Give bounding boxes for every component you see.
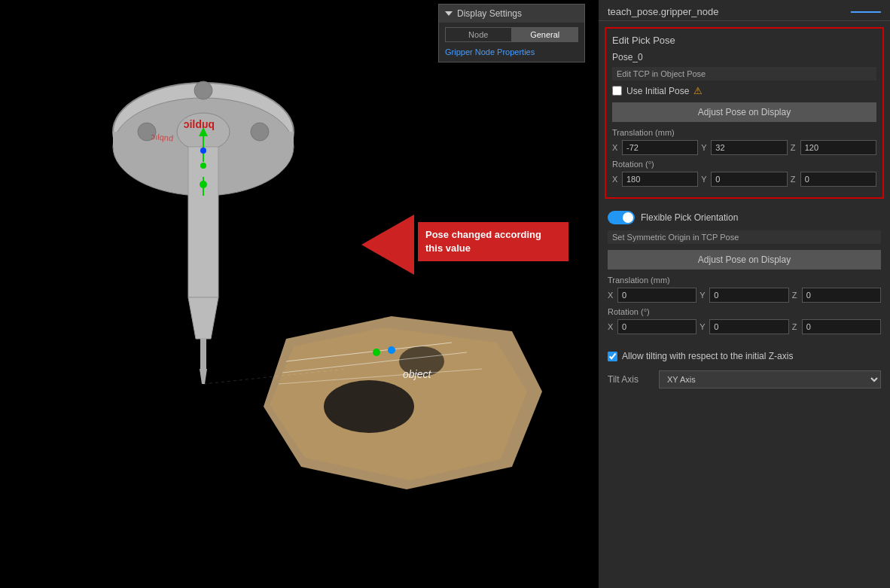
z-axis-label: Z <box>791 143 798 152</box>
use-initial-pose-row: Use Initial Pose ⚠ <box>612 85 876 96</box>
translation-z-item: Z <box>791 140 876 155</box>
svg-point-5 <box>251 123 269 141</box>
rotation-row-1: X Y Z <box>612 172 876 187</box>
flexible-pick-toggle[interactable] <box>608 211 635 224</box>
use-initial-pose-checkbox[interactable] <box>612 86 622 96</box>
rotation-group-1: Rotation (°) X Y Z <box>612 160 876 187</box>
sym-translation-x-item: X <box>608 288 696 303</box>
display-settings-header[interactable]: Display Settings <box>439 5 584 23</box>
allow-tilt-row: Allow tilting with respect to the initia… <box>599 345 890 367</box>
sym-y-label: Y <box>700 291 707 300</box>
ry-axis-label: Y <box>701 175 709 184</box>
symmetric-section: Set Symmetric Origin in TCP Pose Adjust … <box>599 230 890 345</box>
rotation-x-input[interactable] <box>622 172 698 187</box>
tab-row: Node General <box>445 27 578 42</box>
adjust-pose-on-display-button-2[interactable]: Adjust Pose on Display <box>608 250 881 270</box>
sym-translation-x-input[interactable] <box>617 288 696 303</box>
translation-y-item: Y <box>701 140 787 155</box>
callout-arrow <box>361 215 414 275</box>
x-axis-label: X <box>612 143 620 152</box>
svg-rect-9 <box>188 147 218 297</box>
rotation-x-item: X <box>612 172 698 187</box>
sym-translation-z-input[interactable] <box>802 288 881 303</box>
svg-point-16 <box>200 181 207 188</box>
rotation-label-2: Rotation (°) <box>608 307 881 316</box>
sym-rotation-z-input[interactable] <box>802 319 881 334</box>
flexible-pick-label: Flexible Pick Orientation <box>641 212 738 223</box>
svg-point-6 <box>194 81 212 99</box>
display-settings-panel: Display Settings Node General Gripper No… <box>438 4 585 62</box>
svg-text:object: object <box>403 368 431 380</box>
rotation-z-input[interactable] <box>800 172 876 187</box>
sym-rotation-y-item: Y <box>700 319 788 334</box>
tab-node[interactable]: Node <box>445 27 512 42</box>
sym-rx-label: X <box>608 322 615 331</box>
svg-point-15 <box>200 163 206 169</box>
title-bar-line <box>851 11 881 13</box>
translation-label-2: Translation (mm) <box>608 276 881 285</box>
warning-icon: ⚠ <box>693 85 703 96</box>
sym-rotation-x-item: X <box>608 319 696 334</box>
svg-point-22 <box>324 380 414 433</box>
display-settings-title: Display Settings <box>457 8 522 19</box>
rotation-label-1: Rotation (°) <box>612 160 876 169</box>
translation-x-input[interactable] <box>622 140 698 155</box>
translation-label-1: Translation (mm) <box>612 128 876 137</box>
rotation-group-2: Rotation (°) X Y Z <box>608 307 881 334</box>
use-initial-pose-label: Use Initial Pose <box>626 86 689 96</box>
title-bar: teach_pose.gripper_node <box>599 0 890 21</box>
sym-x-label: X <box>608 291 615 300</box>
sym-translation-y-input[interactable] <box>709 288 788 303</box>
viewport-3d: public ɔılqnd object Pose changed accord… <box>0 0 599 588</box>
edit-pick-pose-section: Edit Pick Pose Pose_0 Edit TCP in Object… <box>605 27 884 199</box>
adjust-pose-on-display-button-1[interactable]: Adjust Pose on Display <box>612 102 876 122</box>
rotation-z-item: Z <box>791 172 876 187</box>
sym-rz-label: Z <box>792 322 800 331</box>
tab-general[interactable]: General <box>512 27 579 42</box>
sym-translation-y-item: Y <box>700 288 788 303</box>
edit-tcp-subtitle: Edit TCP in Object Pose <box>612 67 876 81</box>
rz-axis-label: Z <box>791 175 798 184</box>
tilt-axis-select[interactable]: XY Axis X Axis Y Axis <box>659 370 881 388</box>
rotation-y-item: Y <box>701 172 787 187</box>
tilt-axis-label: Tilt Axis <box>608 374 653 385</box>
sym-rotation-x-input[interactable] <box>617 319 696 334</box>
y-axis-label: Y <box>701 143 709 152</box>
allow-tilt-checkbox[interactable] <box>608 352 617 361</box>
svg-text:public: public <box>184 118 215 130</box>
edit-pick-pose-title: Edit Pick Pose <box>612 35 876 46</box>
sym-z-label: Z <box>792 291 800 300</box>
symmetric-origin-title: Set Symmetric Origin in TCP Pose <box>608 230 881 244</box>
translation-y-input[interactable] <box>711 140 787 155</box>
translation-x-item: X <box>612 140 698 155</box>
pose-name: Pose_0 <box>612 52 876 62</box>
svg-point-17 <box>200 148 206 154</box>
translation-row-2: X Y Z <box>608 288 881 303</box>
rotation-y-input[interactable] <box>711 172 787 187</box>
right-panel: teach_pose.gripper_node Edit Pick Pose P… <box>599 0 890 588</box>
gripper-node-properties-link[interactable]: Gripper Node Properties <box>445 47 535 56</box>
translation-row-1: X Y Z <box>612 140 876 155</box>
panel-content[interactable]: Edit Pick Pose Pose_0 Edit TCP in Object… <box>599 21 890 588</box>
sym-rotation-z-item: Z <box>792 319 881 334</box>
translation-z-input[interactable] <box>800 140 876 155</box>
translation-group-1: Translation (mm) X Y Z <box>612 128 876 155</box>
svg-point-28 <box>388 346 395 354</box>
sym-ry-label: Y <box>700 322 707 331</box>
sym-rotation-y-input[interactable] <box>709 319 788 334</box>
svg-point-27 <box>373 349 380 356</box>
panel-title: teach_pose.gripper_node <box>608 6 718 17</box>
tilt-axis-row: Tilt Axis XY Axis X Axis Y Axis <box>599 367 890 395</box>
collapse-icon <box>445 11 453 16</box>
allow-tilt-label: Allow tilting with respect to the initia… <box>622 351 793 361</box>
rotation-row-2: X Y Z <box>608 319 881 334</box>
rx-axis-label: X <box>612 175 620 184</box>
flexible-pick-row: Flexible Pick Orientation <box>599 205 890 230</box>
display-settings-body: Node General Gripper Node Properties <box>439 23 584 62</box>
svg-rect-0 <box>0 0 599 588</box>
sym-translation-z-item: Z <box>792 288 881 303</box>
callout-text: Pose changed according this value <box>418 222 568 261</box>
translation-group-2: Translation (mm) X Y Z <box>608 276 881 303</box>
